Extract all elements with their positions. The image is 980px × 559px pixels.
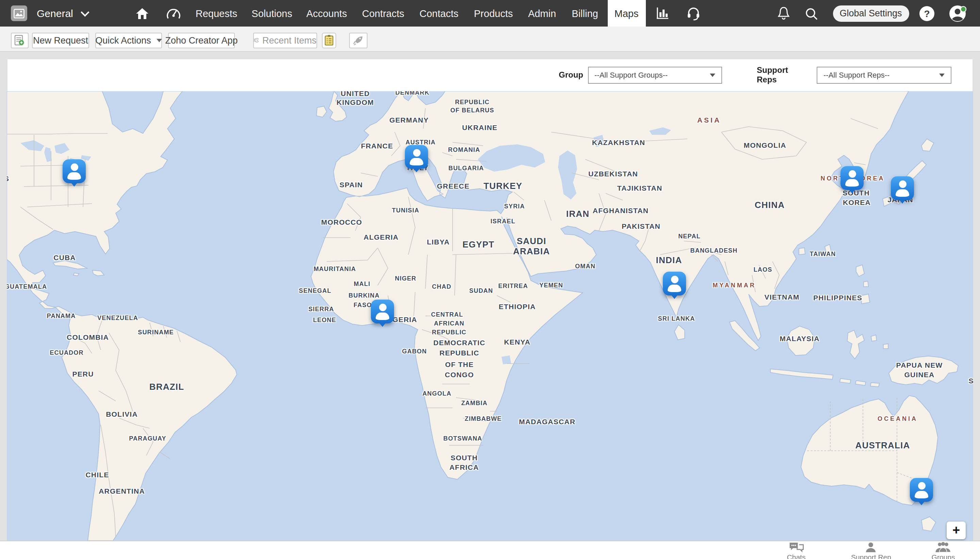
search-icon[interactable] [804,0,819,26]
new-request-button[interactable]: New Request [32,32,89,48]
bottombar-item-chats[interactable]: Chats [787,542,806,559]
map-country-label: PARAGUAY [129,435,167,442]
bar-chart-icon[interactable] [655,0,671,26]
map-country-label: REPUBLIC [440,348,480,356]
map-marker-us-east[interactable] [63,159,86,183]
recent-clock-icon [254,35,259,45]
map-country-label: CHILE [86,470,109,478]
map-country-label: GUATEMALA [7,283,47,290]
nav-item-accounts[interactable]: Accounts [306,0,347,26]
map-country-label: PAKISTAN [622,222,660,230]
rocket-icon [353,35,364,45]
marker-person-icon [379,303,386,311]
nav-item-solutions[interactable]: Solutions [251,0,292,26]
bottombar-item-groups[interactable]: Groups [932,542,955,559]
dashboard-gauge-icon[interactable] [165,0,182,26]
map-country-label: FRANCE [361,141,393,149]
map-marker-india-south[interactable] [663,271,686,295]
nav-item-contracts[interactable]: Contracts [362,0,404,26]
image-icon [13,8,25,18]
group-filter-value: --All Support Groups-- [594,71,668,79]
world-map[interactable]: DENMARKUNITEDKINGDOMREPUBLICOF BELARUSGE… [7,91,973,540]
reps-filter-value: --All Support Reps-- [823,71,889,79]
map-country-label: IRAN [566,208,589,218]
map-country-label: KAZAKHSTAN [592,138,645,146]
global-settings-button[interactable]: Global Settings [833,5,909,22]
map-country-label: ANGOLA [422,390,451,397]
map-marker-nigeria[interactable] [371,299,394,323]
bottom-status-bar: ChatsSupport RepGroups [0,540,980,559]
chevron-down-icon [81,8,89,17]
map-country-label: MAURITANIA [314,265,356,272]
map-country-label: GABON [402,347,427,354]
map-country-label: PERU [72,369,94,377]
map-filter-bar: Group Group --All Support Groups-- Suppo… [8,59,972,91]
app-logo[interactable] [11,5,27,21]
recent-items-button[interactable]: Recent Items [253,32,317,48]
map-country-label: ARABIA [513,246,550,256]
reps-filter-select[interactable]: --All Support Reps-- [817,66,952,83]
department-selector[interactable]: General [37,0,87,26]
map-region-label: OCEANIA [878,415,918,422]
avatar-icon[interactable] [949,5,967,22]
headset-icon[interactable] [685,0,702,26]
notifications-bell-icon[interactable] [776,0,791,26]
map-country-label: SOUTH [450,453,478,461]
support-rep-icon [865,542,877,552]
map-country-label: LIBYA [427,237,449,245]
zoho-creator-app-button[interactable]: Zoho Creator App [168,32,235,48]
map-marker-italy[interactable] [405,145,428,169]
map-country-label: ZIMBABWE [465,415,502,422]
help-icon[interactable]: ? [919,6,934,21]
new-request-label: New Request [33,35,88,45]
map-marker-japan[interactable] [891,176,914,200]
nav-item-requests[interactable]: Requests [196,0,238,26]
map-country-label: REPUBLIC [455,98,490,105]
map-country-label: MALAYSIA [780,334,819,342]
bottombar-item-label: Groups [932,552,955,559]
clipboard-button[interactable] [322,32,336,48]
map-country-label: BANGLADESH [690,247,737,254]
map-country-label: DENMARK [395,91,429,96]
zoom-in-button[interactable]: + [947,521,966,539]
map-country-label: FASO [353,301,372,308]
home-icon[interactable] [135,0,150,26]
map-country-label: KENYA [504,337,531,346]
map-canvas [7,91,973,540]
map-country-label: PHILIPPINES [813,293,862,301]
nav-item-billing[interactable]: Billing [572,0,598,26]
map-country-label: MOROCCO [321,218,362,226]
map-marker-australia-se[interactable] [910,478,933,501]
map-country-label: CENTRAL [431,311,463,318]
map-country-label: COLOMBIA [67,332,109,341]
map-country-label: TAJIKISTAN [617,184,663,192]
tab-maps-active[interactable]: Maps [607,0,645,26]
tab-maps-label: Maps [615,8,639,19]
map-country-label: ALGERIA [364,233,399,241]
clipboard-icon [324,35,333,46]
global-settings-label: Global Settings [840,8,902,18]
map-country-label: MADAGASCAR [519,417,576,425]
quick-actions-button[interactable]: Quick Actions [95,32,162,48]
map-country-label: UZBEKISTAN [588,169,638,177]
bottombar-item-label: Chats [787,552,806,559]
map-country-label: TAIWAN [810,250,836,257]
rocket-button[interactable] [349,32,368,48]
dropdown-arrow-icon [157,38,162,42]
map-country-label: S [968,376,973,384]
nav-item-products[interactable]: Products [474,0,513,26]
map-country-label: KINGDOM [337,98,374,106]
map-marker-korea[interactable] [840,166,864,190]
bottombar-item-support-rep[interactable]: Support Rep [851,542,891,559]
map-country-label: ARGENTINA [99,486,145,495]
map-country-label: NIGER [395,275,416,281]
map-country-label: INDIA [656,255,682,265]
map-country-label: KOREA [843,198,871,206]
group-filter-select[interactable]: --All Support Groups-- [588,66,722,83]
map-country-label: TURKEY [483,180,522,191]
action-toolbar: New Request Quick Actions Zoho Creator A… [0,26,980,52]
map-country-label: ERITREA [498,282,528,289]
nav-item-admin[interactable]: Admin [528,0,556,26]
nav-item-contacts[interactable]: Contacts [419,0,459,26]
new-request-form-icon[interactable] [10,32,28,48]
